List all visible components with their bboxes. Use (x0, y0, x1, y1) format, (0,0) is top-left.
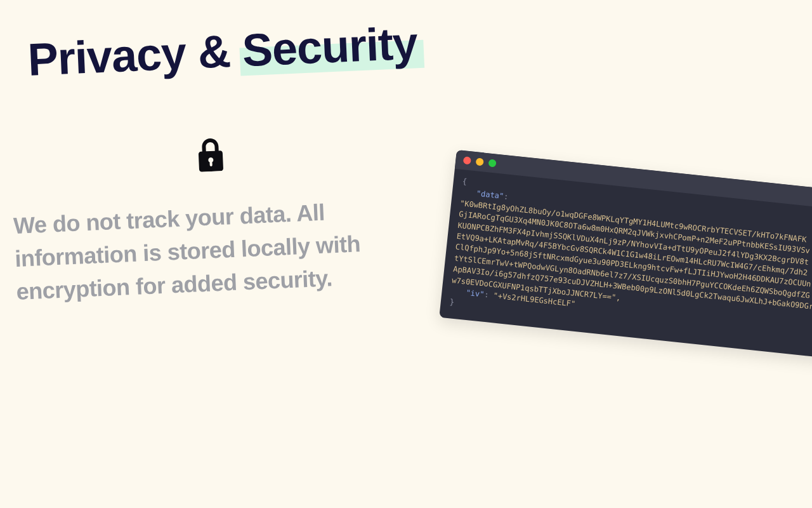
heading-prefix: Privacy & (27, 25, 243, 85)
page-heading: Privacy & Security (27, 20, 418, 83)
json-colon: : (503, 192, 509, 202)
heading-highlight: Security (241, 20, 418, 73)
json-close-brace: } (449, 297, 455, 307)
window-minimize-dot (476, 157, 484, 166)
json-key-data: "data" (476, 189, 504, 201)
description-text: We do not track your data. All informati… (13, 192, 422, 309)
code-terminal: { "data": "K0wBRtIg8yOhZL8buOy/o1wqDGFe8… (439, 150, 812, 358)
json-open-brace: { (462, 177, 468, 186)
window-zoom-dot (488, 159, 497, 167)
json-key-iv: "iv" (466, 288, 485, 299)
window-close-dot (463, 156, 471, 164)
lock-icon (196, 138, 225, 172)
